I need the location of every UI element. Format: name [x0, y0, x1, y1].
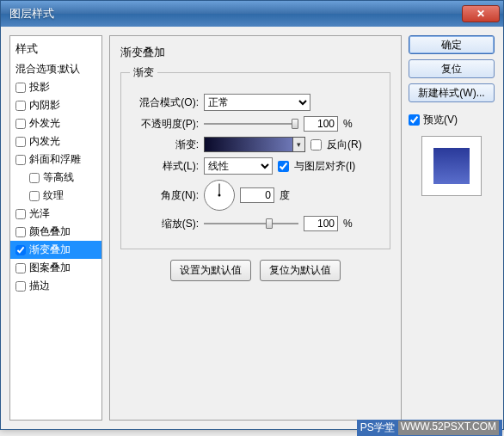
row-scale: 缩放(S): %	[130, 216, 381, 231]
style-label: 描边	[29, 279, 50, 293]
style-item-3[interactable]: 内发光	[10, 132, 101, 150]
style-item-6[interactable]: 纹理	[10, 187, 101, 205]
row-opacity: 不透明度(P): %	[130, 116, 381, 132]
style-label: 内阴影	[29, 98, 60, 113]
preview-checkbox[interactable]	[409, 114, 420, 126]
reset-default-button[interactable]: 复位为默认值	[260, 260, 341, 281]
reverse-label: 反向(R)	[327, 138, 362, 152]
make-default-button[interactable]: 设置为默认值	[170, 260, 251, 281]
new-style-button[interactable]: 新建样式(W)...	[409, 83, 495, 102]
row-blend-mode: 混合模式(O): 正常	[130, 94, 381, 111]
align-checkbox[interactable]	[278, 161, 289, 172]
angle-input[interactable]	[240, 187, 274, 203]
style-label: 光泽	[29, 206, 50, 221]
watermark: PS学堂 WWW.52PSXT.COM	[357, 420, 502, 436]
default-buttons: 设置为默认值 复位为默认值	[120, 260, 390, 281]
style-label: 纹理	[43, 188, 64, 203]
percent-label-2: %	[343, 218, 353, 230]
fieldset-legend: 渐变	[130, 65, 157, 80]
style-checkbox[interactable]	[15, 227, 26, 237]
close-icon: ✕	[476, 8, 485, 20]
style-checkbox[interactable]	[15, 155, 26, 165]
style-label: 颜色叠加	[29, 224, 71, 239]
degree-label: 度	[280, 188, 290, 203]
window-title: 图层样式	[9, 6, 462, 21]
style-checkbox[interactable]	[15, 281, 26, 292]
style-label: 内发光	[29, 134, 60, 149]
style-item-2[interactable]: 外发光	[10, 114, 101, 132]
style-label: 样式(L):	[130, 159, 199, 174]
style-label: 图案叠加	[29, 261, 71, 275]
styles-header[interactable]: 样式	[10, 40, 101, 60]
preview-swatch	[433, 148, 470, 184]
opacity-slider[interactable]	[204, 117, 298, 131]
preview-row: 预览(V)	[409, 113, 495, 127]
style-item-8[interactable]: 颜色叠加	[10, 223, 101, 241]
gradient-swatch[interactable]: ▾	[204, 137, 305, 152]
style-item-9[interactable]: 渐变叠加	[10, 241, 101, 259]
gradient-fieldset: 渐变 混合模式(O): 正常 不透明度(P): % 渐变:	[120, 65, 390, 249]
style-label: 渐变叠加	[29, 243, 71, 257]
blend-mode-select[interactable]: 正常	[204, 94, 310, 111]
style-item-0[interactable]: 投影	[10, 78, 101, 96]
right-panel: 确定 复位 新建样式(W)... 预览(V)	[409, 35, 495, 421]
panel-title: 渐变叠加	[120, 45, 390, 60]
style-item-1[interactable]: 内阴影	[10, 96, 101, 114]
preview-box	[421, 136, 482, 196]
reverse-checkbox[interactable]	[310, 139, 322, 150]
style-checkbox[interactable]	[15, 119, 26, 129]
align-label: 与图层对齐(I)	[294, 159, 355, 174]
preview-label: 预览(V)	[423, 113, 458, 127]
styles-list: 样式 混合选项:默认 投影内阴影外发光内发光斜面和浮雕等高线纹理光泽颜色叠加渐变…	[9, 35, 102, 421]
style-checkbox[interactable]	[15, 263, 26, 273]
style-label: 斜面和浮雕	[29, 152, 81, 167]
angle-dial[interactable]	[204, 180, 235, 211]
opacity-label: 不透明度(P):	[130, 117, 199, 132]
cancel-button[interactable]: 复位	[409, 59, 495, 78]
style-item-5[interactable]: 等高线	[10, 169, 101, 187]
style-label: 等高线	[43, 170, 74, 185]
options-panel: 渐变叠加 渐变 混合模式(O): 正常 不透明度(P): %	[109, 35, 402, 421]
percent-label: %	[343, 118, 353, 130]
style-item-11[interactable]: 描边	[10, 277, 101, 295]
row-angle: 角度(N): 度	[130, 180, 381, 211]
opacity-input[interactable]	[304, 116, 338, 132]
blending-options[interactable]: 混合选项:默认	[10, 60, 101, 78]
style-checkbox[interactable]	[29, 191, 40, 201]
dialog-window: 图层样式 ✕ 样式 混合选项:默认 投影内阴影外发光内发光斜面和浮雕等高线纹理光…	[0, 0, 504, 430]
style-checkbox[interactable]	[15, 209, 26, 219]
style-checkbox[interactable]	[29, 173, 40, 183]
titlebar[interactable]: 图层样式 ✕	[1, 1, 503, 27]
close-button[interactable]: ✕	[462, 5, 500, 22]
style-item-10[interactable]: 图案叠加	[10, 259, 101, 277]
angle-label: 角度(N):	[130, 188, 199, 203]
style-select[interactable]: 线性	[204, 157, 273, 175]
gradient-dropdown-icon[interactable]: ▾	[292, 138, 304, 151]
style-label: 外发光	[29, 116, 60, 131]
scale-slider[interactable]	[204, 217, 298, 230]
row-gradient: 渐变: ▾ 反向(R)	[130, 137, 381, 152]
style-item-7[interactable]: 光泽	[10, 205, 101, 223]
row-style: 样式(L): 线性 与图层对齐(I)	[130, 157, 381, 175]
style-item-4[interactable]: 斜面和浮雕	[10, 150, 101, 169]
ok-button[interactable]: 确定	[409, 35, 495, 54]
style-label: 投影	[29, 80, 50, 95]
scale-input[interactable]	[304, 216, 338, 231]
dialog-body: 样式 混合选项:默认 投影内阴影外发光内发光斜面和浮雕等高线纹理光泽颜色叠加渐变…	[1, 27, 503, 429]
style-checkbox[interactable]	[15, 245, 26, 255]
scale-label: 缩放(S):	[130, 217, 199, 231]
style-checkbox[interactable]	[15, 101, 26, 111]
gradient-label: 渐变:	[130, 138, 199, 152]
style-checkbox[interactable]	[15, 137, 26, 147]
blend-mode-label: 混合模式(O):	[130, 95, 199, 110]
style-checkbox[interactable]	[15, 83, 26, 93]
